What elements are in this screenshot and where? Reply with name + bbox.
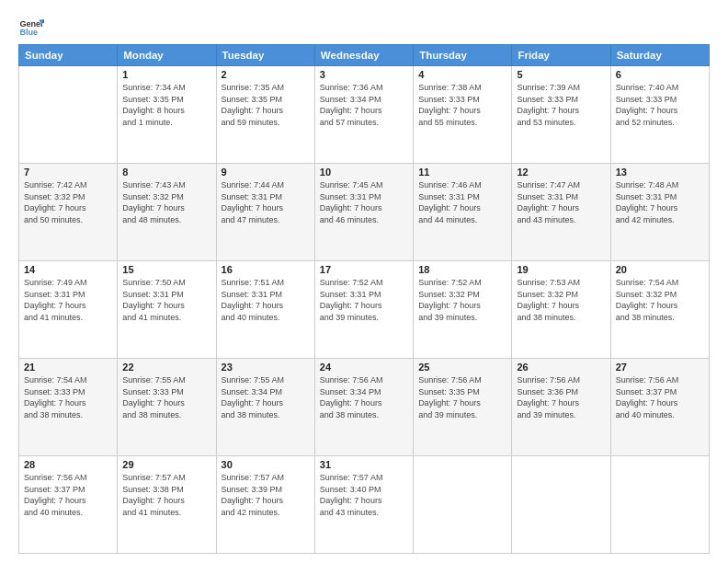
day-info: Sunrise: 7:56 AM Sunset: 3:34 PM Dayligh… [320,374,408,420]
day-info: Sunrise: 7:51 AM Sunset: 3:31 PM Dayligh… [222,277,310,323]
day-number: 3 [320,69,408,80]
day-info: Sunrise: 7:54 AM Sunset: 3:32 PM Dayligh… [616,277,704,323]
calendar-cell: 10Sunrise: 7:45 AM Sunset: 3:31 PM Dayli… [314,164,413,261]
calendar-cell [414,456,512,554]
calendar-cell: 19Sunrise: 7:53 AM Sunset: 3:32 PM Dayli… [512,261,610,359]
calendar-cell [610,456,709,554]
calendar-cell: 11Sunrise: 7:46 AM Sunset: 3:31 PM Dayli… [414,164,512,261]
calendar-cell: 25Sunrise: 7:56 AM Sunset: 3:35 PM Dayli… [414,359,512,456]
day-info: Sunrise: 7:55 AM Sunset: 3:34 PM Dayligh… [222,374,310,420]
calendar-cell: 27Sunrise: 7:56 AM Sunset: 3:37 PM Dayli… [610,359,709,456]
calendar-cell: 14Sunrise: 7:49 AM Sunset: 3:31 PM Dayli… [19,261,118,359]
day-info: Sunrise: 7:38 AM Sunset: 3:33 PM Dayligh… [418,82,506,128]
day-info: Sunrise: 7:57 AM Sunset: 3:40 PM Dayligh… [320,472,408,518]
calendar-cell: 13Sunrise: 7:48 AM Sunset: 3:31 PM Dayli… [610,164,709,261]
day-info: Sunrise: 7:53 AM Sunset: 3:32 PM Dayligh… [517,277,605,323]
day-info: Sunrise: 7:52 AM Sunset: 3:32 PM Dayligh… [418,277,506,323]
day-number: 24 [320,362,408,373]
day-number: 20 [616,264,704,275]
svg-text:Blue: Blue [19,28,38,37]
calendar-cell: 7Sunrise: 7:42 AM Sunset: 3:32 PM Daylig… [19,164,118,261]
day-number: 22 [122,362,210,373]
day-info: Sunrise: 7:36 AM Sunset: 3:34 PM Dayligh… [320,82,408,128]
calendar-cell: 2Sunrise: 7:35 AM Sunset: 3:35 PM Daylig… [216,66,314,164]
day-info: Sunrise: 7:56 AM Sunset: 3:37 PM Dayligh… [24,472,112,518]
calendar-cell: 31Sunrise: 7:57 AM Sunset: 3:40 PM Dayli… [314,456,413,554]
day-number: 28 [24,459,112,470]
calendar-cell: 24Sunrise: 7:56 AM Sunset: 3:34 PM Dayli… [314,359,413,456]
calendar-cell: 5Sunrise: 7:39 AM Sunset: 3:33 PM Daylig… [512,66,610,164]
day-number: 13 [616,167,704,178]
day-number: 9 [222,167,310,178]
day-number: 26 [517,362,605,373]
calendar-cell: 20Sunrise: 7:54 AM Sunset: 3:32 PM Dayli… [610,261,709,359]
calendar-cell: 26Sunrise: 7:56 AM Sunset: 3:36 PM Dayli… [512,359,610,456]
day-info: Sunrise: 7:43 AM Sunset: 3:32 PM Dayligh… [122,179,210,225]
calendar-cell: 30Sunrise: 7:57 AM Sunset: 3:39 PM Dayli… [216,456,314,554]
day-number: 5 [517,69,605,80]
day-info: Sunrise: 7:35 AM Sunset: 3:35 PM Dayligh… [222,82,310,128]
calendar-table: SundayMondayTuesdayWednesdayThursdayFrid… [18,44,710,554]
weekday-wednesday: Wednesday [314,45,413,66]
calendar-cell: 9Sunrise: 7:44 AM Sunset: 3:31 PM Daylig… [216,164,314,261]
day-number: 11 [418,167,506,178]
calendar-cell: 28Sunrise: 7:56 AM Sunset: 3:37 PM Dayli… [19,456,118,554]
week-row-2: 14Sunrise: 7:49 AM Sunset: 3:31 PM Dayli… [19,261,710,359]
week-row-0: 1Sunrise: 7:34 AM Sunset: 3:35 PM Daylig… [19,66,710,164]
weekday-header-row: SundayMondayTuesdayWednesdayThursdayFrid… [19,45,710,66]
calendar-cell: 21Sunrise: 7:54 AM Sunset: 3:33 PM Dayli… [19,359,118,456]
calendar-cell [19,66,118,164]
day-number: 30 [222,459,310,470]
day-number: 17 [320,264,408,275]
week-row-4: 28Sunrise: 7:56 AM Sunset: 3:37 PM Dayli… [19,456,710,554]
day-number: 18 [418,264,506,275]
day-number: 4 [418,69,506,80]
day-info: Sunrise: 7:49 AM Sunset: 3:31 PM Dayligh… [24,277,112,323]
day-number: 6 [616,69,704,80]
day-number: 15 [122,264,210,275]
day-number: 16 [222,264,310,275]
calendar-cell: 16Sunrise: 7:51 AM Sunset: 3:31 PM Dayli… [216,261,314,359]
day-info: Sunrise: 7:56 AM Sunset: 3:35 PM Dayligh… [418,374,506,420]
logo: General Blue [18,15,48,40]
weekday-tuesday: Tuesday [216,45,314,66]
day-number: 27 [616,362,704,373]
day-number: 8 [122,167,210,178]
day-number: 1 [122,69,210,80]
day-info: Sunrise: 7:57 AM Sunset: 3:38 PM Dayligh… [122,472,210,518]
day-info: Sunrise: 7:55 AM Sunset: 3:33 PM Dayligh… [122,374,210,420]
day-info: Sunrise: 7:46 AM Sunset: 3:31 PM Dayligh… [418,179,506,225]
day-info: Sunrise: 7:44 AM Sunset: 3:31 PM Dayligh… [222,179,310,225]
day-number: 10 [320,167,408,178]
weekday-thursday: Thursday [414,45,512,66]
day-info: Sunrise: 7:42 AM Sunset: 3:32 PM Dayligh… [24,179,112,225]
calendar-cell: 29Sunrise: 7:57 AM Sunset: 3:38 PM Dayli… [118,456,216,554]
day-info: Sunrise: 7:47 AM Sunset: 3:31 PM Dayligh… [517,179,605,225]
weekday-sunday: Sunday [19,45,118,66]
day-info: Sunrise: 7:54 AM Sunset: 3:33 PM Dayligh… [24,374,112,420]
day-info: Sunrise: 7:34 AM Sunset: 3:35 PM Dayligh… [122,82,210,128]
day-info: Sunrise: 7:45 AM Sunset: 3:31 PM Dayligh… [320,179,408,225]
day-number: 12 [517,167,605,178]
day-info: Sunrise: 7:56 AM Sunset: 3:36 PM Dayligh… [517,374,605,420]
calendar-cell: 12Sunrise: 7:47 AM Sunset: 3:31 PM Dayli… [512,164,610,261]
calendar-cell: 17Sunrise: 7:52 AM Sunset: 3:31 PM Dayli… [314,261,413,359]
day-number: 29 [122,459,210,470]
week-row-1: 7Sunrise: 7:42 AM Sunset: 3:32 PM Daylig… [19,164,710,261]
calendar-cell: 1Sunrise: 7:34 AM Sunset: 3:35 PM Daylig… [118,66,216,164]
page: General Blue SundayMondayTuesdayWednesda… [0,0,728,563]
calendar-cell: 23Sunrise: 7:55 AM Sunset: 3:34 PM Dayli… [216,359,314,456]
day-number: 14 [24,264,112,275]
weekday-saturday: Saturday [610,45,709,66]
day-info: Sunrise: 7:57 AM Sunset: 3:39 PM Dayligh… [222,472,310,518]
day-info: Sunrise: 7:40 AM Sunset: 3:33 PM Dayligh… [616,82,704,128]
day-number: 21 [24,362,112,373]
day-info: Sunrise: 7:39 AM Sunset: 3:33 PM Dayligh… [517,82,605,128]
calendar-cell [512,456,610,554]
day-number: 31 [320,459,408,470]
weekday-friday: Friday [512,45,610,66]
calendar-cell: 4Sunrise: 7:38 AM Sunset: 3:33 PM Daylig… [414,66,512,164]
day-number: 19 [517,264,605,275]
calendar-cell: 6Sunrise: 7:40 AM Sunset: 3:33 PM Daylig… [610,66,709,164]
day-info: Sunrise: 7:56 AM Sunset: 3:37 PM Dayligh… [616,374,704,420]
